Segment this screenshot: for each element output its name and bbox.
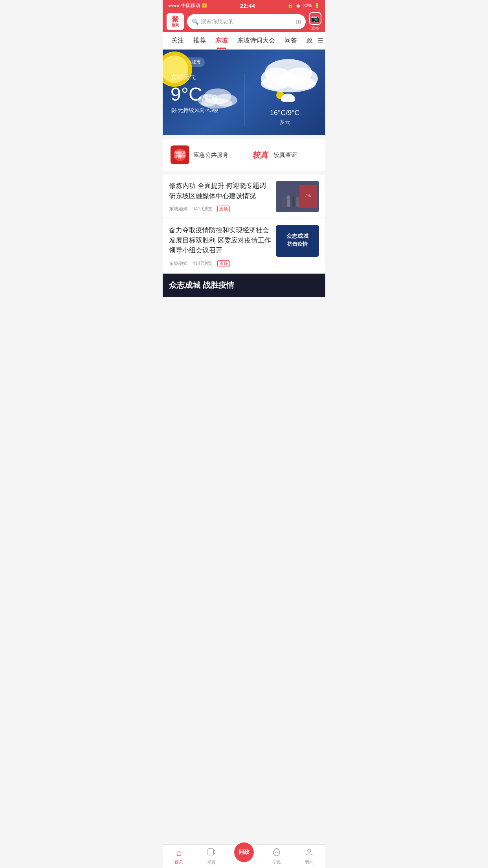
tab-dongpo[interactable]: 东坡: [211, 33, 233, 49]
news-meta: 东坡融媒 4147浏览 置顶: [169, 260, 271, 267]
news-image: 众志成城 抗击疫情: [276, 225, 319, 257]
nav-tabs: 关注 推荐 东坡 东坡诗词大会 问答 政 ☰: [163, 32, 325, 50]
svg-text:广电: 广电: [305, 194, 311, 197]
battery-icon: 🔋: [314, 3, 320, 8]
news-top-badge: 置顶: [217, 260, 230, 267]
news-image: 广电: [276, 181, 319, 212]
weather-description: 阴·无持续风向·<3级: [171, 107, 236, 114]
tab-politics[interactable]: 政: [302, 33, 317, 49]
tab-poetry[interactable]: 东坡诗词大会: [233, 33, 280, 49]
search-bar[interactable]: 🔍 搜索你想要的 ⊞: [187, 14, 306, 29]
status-carrier: ●●●● 中国移动 📶: [168, 2, 207, 9]
lock-icon: 🔒: [288, 3, 293, 8]
news-views: 9419浏览: [193, 206, 213, 212]
news-item[interactable]: 奋力夺取疫情防控和实现经济社会发展目标双胜利 区委应对疫情工作领导小组会议召开 …: [163, 219, 325, 274]
status-bar: ●●●● 中国移动 📶 22:44 🔒 ⏰ 32% 🔋: [163, 0, 325, 11]
app-logo[interactable]: 聚 聚聚: [167, 13, 184, 30]
publish-label: 发布: [311, 26, 319, 31]
news-item[interactable]: 修炼内功 全面提升 何迎晓专题调研东坡区融媒体中心建设情况 东坡融媒 9419浏…: [163, 175, 325, 219]
svg-point-25: [282, 196, 286, 201]
weather-today: 实时天气 9°C/9°C 阴·无持续风向·<3级: [171, 74, 236, 126]
svg-rect-32: [296, 201, 299, 207]
app-header: 聚 聚聚 🔍 搜索你想要的 ⊞ 📷 发布: [163, 11, 325, 32]
weather-divider: [244, 74, 244, 126]
camera-icon: 📷: [309, 12, 321, 25]
weather-tomorrow-temp: 16°C/9°C: [270, 109, 299, 117]
emergency-label: 应急公共服务: [193, 151, 229, 159]
services-row: 高效应急 抗击疫情 应急公共服务 较真 较真查证: [163, 139, 325, 171]
news-meta: 东坡融媒 9419浏览 置顶: [169, 206, 271, 212]
weather-content: 实时天气 9°C/9°C 阴·无持续风向·<3级 明天 16°C/9°C: [171, 74, 317, 126]
emergency-icon: 高效应急 抗击疫情: [171, 145, 189, 164]
svg-rect-28: [287, 200, 290, 207]
banner-text: 众志成城 战胜疫情: [169, 280, 234, 291]
svg-rect-26: [282, 201, 286, 207]
news-views: 4147浏览: [193, 260, 213, 267]
news-title: 修炼内功 全面提升 何迎晓专题调研东坡区融媒体中心建设情况: [169, 181, 271, 201]
tab-qa[interactable]: 问答: [280, 33, 302, 49]
weather-tomorrow-label: 明天: [279, 74, 291, 82]
logo-icon-top: 聚: [172, 16, 179, 23]
tab-follow[interactable]: 关注: [167, 33, 189, 49]
svg-point-27: [286, 195, 290, 200]
weather-tomorrow: 明天 16°C/9°C 多云: [252, 74, 318, 126]
search-placeholder: 搜索你想要的: [201, 18, 294, 25]
logo-icon-bottom: 聚聚: [172, 23, 179, 28]
service-verify[interactable]: 较真 较真查证: [251, 145, 318, 164]
weather-tomorrow-icon: [273, 86, 297, 106]
service-divider: [244, 145, 244, 164]
status-time: 22:44: [240, 2, 255, 9]
svg-rect-36: [276, 225, 319, 257]
battery-level: 32%: [303, 3, 312, 8]
verify-label: 较真查证: [273, 151, 297, 159]
news-feed: 修炼内功 全面提升 何迎晓专题调研东坡区融媒体中心建设情况 东坡融媒 9419浏…: [163, 175, 325, 297]
tab-recommend[interactable]: 推荐: [189, 33, 211, 49]
news-content: 奋力夺取疫情防控和实现经济社会发展目标双胜利 区委应对疫情工作领导小组会议召开 …: [169, 225, 271, 267]
news-source: 东坡融媒: [169, 260, 188, 267]
weather-today-label: 实时天气: [171, 74, 236, 82]
news-title: 奋力夺取疫情防控和实现经济社会发展目标双胜利 区委应对疫情工作领导小组会议召开: [169, 225, 271, 256]
alarm-icon: ⏰: [295, 3, 301, 8]
status-right: 🔒 ⏰ 32% 🔋: [288, 3, 320, 8]
search-icon: 🔍: [192, 18, 198, 25]
service-emergency[interactable]: 高效应急 抗击疫情 应急公共服务: [171, 145, 238, 164]
weather-tomorrow-desc: 多云: [279, 119, 290, 126]
svg-point-29: [292, 196, 295, 200]
svg-rect-30: [292, 200, 295, 207]
news-content: 修炼内功 全面提升 何迎晓专题调研东坡区融媒体中心建设情况 东坡融媒 9419浏…: [169, 181, 271, 212]
scan-icon: ⊞: [296, 18, 301, 26]
svg-rect-20: [176, 153, 184, 156]
svg-point-31: [296, 197, 299, 201]
sun-decoration: [163, 50, 198, 93]
nav-more-icon[interactable]: ☰: [317, 37, 324, 45]
bottom-banner[interactable]: 众志成城 战胜疫情: [163, 274, 325, 297]
news-top-badge: 置顶: [217, 206, 230, 212]
news-source: 东坡融媒: [169, 206, 188, 212]
publish-button[interactable]: 📷 发布: [309, 12, 321, 31]
weather-banner: 📍 切换城市 实时天气 9°C/9°C 阴·无持续风向·<3级 明天: [163, 50, 325, 135]
verify-icon: 较真: [251, 145, 270, 164]
